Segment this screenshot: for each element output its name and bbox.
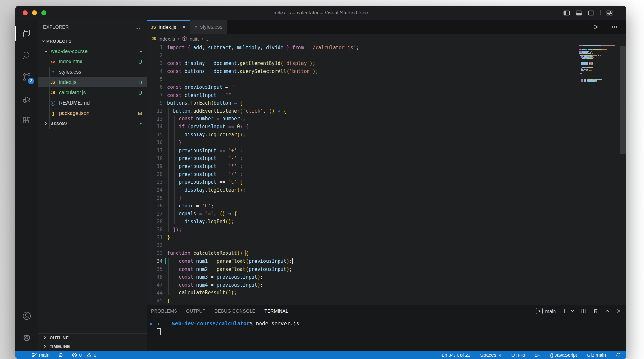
breadcrumb-file[interactable]: index.js [158, 36, 175, 41]
editor-scrollbar[interactable] [620, 46, 626, 154]
tree-item-web-dev-course[interactable]: web-dev-course● [38, 46, 147, 57]
activity-item-source-control[interactable]: 2 [15, 66, 38, 88]
code-line[interactable]: 13 const number = number:; [147, 115, 626, 123]
status-git-status[interactable]: Git: main [587, 352, 606, 358]
minimize-window-button[interactable] [32, 10, 37, 15]
code-text: }); [167, 226, 182, 234]
outline-section[interactable]: OUTLINE [38, 333, 147, 342]
git-modified-gutter [165, 258, 166, 264]
customize-layout-button[interactable] [606, 10, 613, 16]
prompt-arrow-icon: → [156, 320, 159, 327]
code-line[interactable]: 26 clear = 'C'; [147, 202, 626, 210]
status-sync[interactable] [58, 352, 63, 358]
new-terminal-button[interactable] [562, 308, 568, 314]
code-line[interactable]: 33function calculateResult() { [147, 249, 626, 257]
status-eol[interactable]: LF [535, 352, 540, 358]
maximize-panel-button[interactable] [605, 308, 610, 314]
code-line[interactable]: 6const previousInput = "" [147, 83, 626, 91]
explorer-more-actions-icon[interactable]: … [135, 24, 141, 31]
code-line[interactable]: 25 } [147, 194, 626, 202]
terminal-profile[interactable]: > main [536, 308, 556, 314]
code-text: const clear1Input = "" [167, 91, 231, 99]
panel-tab-debug-console[interactable]: DEBUG CONSOLE [214, 305, 255, 317]
code-editor[interactable]: 1import { add, subtract, multiply, divid… [147, 43, 626, 305]
tree-item-assets[interactable]: assets/● [38, 118, 147, 129]
minimap-line-segment [588, 70, 588, 71]
panel-tab-output[interactable]: OUTPUT [186, 305, 205, 317]
code-line[interactable]: 9buttons.forEach(button ⇒ { [147, 99, 626, 107]
tab-index-js[interactable]: JSindex.js× [147, 20, 190, 34]
code-line[interactable]: 15 display.logIcclear(); [147, 131, 626, 139]
code-line[interactable]: 5 [147, 75, 626, 83]
code-line[interactable]: 30 }); [147, 226, 626, 234]
code-line[interactable]: 44 calculateRessult(1); [147, 289, 626, 297]
close-tab-icon[interactable]: × [182, 24, 185, 31]
tree-item-styles-css[interactable]: #styles.css [38, 67, 147, 77]
tree-section-projects[interactable]: PROJECTS [38, 36, 147, 46]
terminal[interactable]: ● → web-dev-course/calculator $ node ser… [147, 317, 626, 351]
status-notifications[interactable] [616, 352, 621, 358]
breadcrumb-more[interactable]: ... [205, 36, 210, 41]
status-encoding[interactable]: UTF-8 [511, 352, 525, 358]
code-line[interactable]: 31} [147, 234, 626, 242]
code-line[interactable]: 4const buttons = document.querySelectorA… [147, 68, 626, 76]
code-line[interactable]: 16 } [147, 139, 626, 147]
status-errors[interactable]: 0 [72, 352, 82, 358]
tree-item-index-html[interactable]: <>index.htmlU [38, 57, 147, 67]
close-panel-button[interactable] [616, 308, 621, 314]
zoom-window-button[interactable] [41, 10, 46, 15]
code-line[interactable]: 12 button.addEventListener('click', () ⇒… [147, 107, 626, 115]
run-file-button[interactable] [592, 24, 599, 30]
status-indentation[interactable]: Spaces: 4 [480, 352, 502, 358]
code-line[interactable]: 28 display.logEnd(); [147, 218, 626, 226]
terminal-profile-dropdown-button[interactable] [570, 309, 575, 313]
status-git-branch[interactable]: main [32, 352, 50, 358]
code-line[interactable]: 35 const num2 = parseFloat(previousInput… [147, 265, 626, 273]
code-line[interactable]: 23 previousInput == 'C' { [147, 178, 626, 186]
kill-terminal-button[interactable] [593, 308, 599, 314]
titlebar[interactable]: index.js – calculator – Visual Studio Co… [15, 6, 626, 20]
code-line[interactable]: 2 [147, 52, 626, 60]
status-warnings[interactable]: 0 [86, 352, 96, 358]
status-language-mode[interactable]: {} JavaScript [550, 352, 577, 358]
tree-item-package-json[interactable]: {}package.jsonM [38, 108, 147, 118]
code-line[interactable]: 27 equals = "=", () ⇒ { [147, 210, 626, 218]
activity-item-account[interactable] [15, 305, 38, 327]
code-line[interactable]: 47 const num4 = previoustInput); [147, 281, 626, 289]
more-actions-button[interactable] [611, 24, 618, 30]
minimap-line-segment [584, 80, 586, 81]
code-line[interactable]: 19 previousInput == '*' ; [147, 162, 626, 170]
code-line[interactable]: 20 previousInput == '/' ; [147, 170, 626, 179]
tree-item-README-md[interactable]: iREADME.md [38, 98, 147, 108]
panel-tab-problems[interactable]: PROBLEMS [151, 305, 177, 317]
toggle-panel-button[interactable] [576, 10, 582, 16]
code-line[interactable]: 18 previousInput == '-' ; [147, 154, 626, 162]
panel-tab-terminal[interactable]: TERMINAL [264, 305, 288, 317]
split-terminal-button[interactable] [581, 308, 587, 314]
code-line[interactable]: 45} [147, 297, 626, 305]
minimap[interactable] [577, 44, 619, 303]
code-line[interactable]: 7const clear1Input = "" [147, 91, 626, 99]
breadcrumb-symbol[interactable]: nuitt [190, 36, 199, 41]
code-line[interactable]: 34 const num1 = parseFloat(previousInput… [147, 257, 626, 265]
code-line[interactable]: 46 const num3 = previoustInput); [147, 273, 626, 281]
status-cursor-position[interactable]: Ln 34, Col 21 [442, 352, 470, 358]
activity-item-settings[interactable] [15, 327, 38, 349]
tree-item-index-js[interactable]: JSindex.jsU [38, 77, 147, 87]
toggle-secondary-sidebar-button[interactable] [588, 10, 594, 16]
timeline-section[interactable]: TIMELINE [38, 342, 147, 351]
activity-item-run-and-debug[interactable] [15, 88, 38, 110]
code-line[interactable]: 17 previousInput == '+' ; [147, 147, 626, 155]
code-line[interactable]: 3const display = document.getElementById… [147, 60, 626, 68]
tab-styles-css[interactable]: #styles.css [190, 20, 227, 34]
activity-item-search[interactable] [15, 44, 38, 66]
code-line[interactable]: 24 display.logIcclear(); [147, 186, 626, 194]
close-window-button[interactable] [23, 10, 28, 15]
toggle-primary-sidebar-button[interactable] [564, 10, 570, 16]
activity-item-extensions[interactable] [15, 110, 38, 132]
code-line[interactable]: 1import { add, subtract, multiply, divid… [147, 44, 626, 52]
code-line[interactable]: 14 if (prviousInput == 0) { [147, 123, 626, 131]
tree-item-calculator-js[interactable]: JScalculator.jsU [38, 87, 147, 98]
activity-item-explorer[interactable] [15, 23, 38, 44]
code-line[interactable]: 32 [147, 242, 626, 250]
